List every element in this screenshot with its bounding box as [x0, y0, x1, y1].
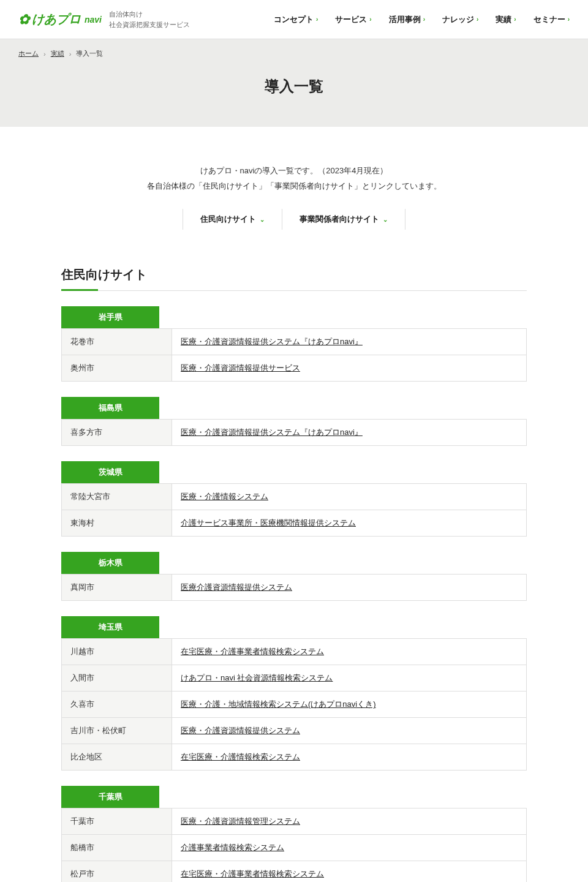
main-content: けあプロ・naviの導入一覧です。（2023年4月現在） 各自治体様の「住民向け…	[49, 127, 539, 882]
link-cell: 医療・介護情報システム	[172, 484, 527, 510]
table-row: 久喜市医療・介護・地域情報検索システム(けあプロnaviくき)	[62, 692, 527, 718]
site-link[interactable]: 介護事業者情報検索システム	[181, 843, 284, 852]
nav-label: ナレッジ	[442, 14, 474, 25]
breadcrumb-home[interactable]: ホーム	[18, 49, 39, 58]
table-row: 吉川市・松伏町医療・介護資源情報提供システム	[62, 718, 527, 744]
table-row: 川越市在宅医療・介護事業者情報検索システム	[62, 639, 527, 665]
prefecture-header: 千葉県	[61, 786, 159, 808]
city-cell: 花巻市	[62, 329, 172, 355]
site-link[interactable]: 医療介護資源情報提供システム	[181, 582, 292, 592]
site-link[interactable]: 在宅医療・介護事業者情報検索システム	[181, 647, 324, 656]
link-cell: 在宅医療・介護事業者情報検索システム	[172, 639, 527, 665]
breadcrumb: ホーム › 実績 › 導入一覧	[18, 49, 570, 58]
site-link[interactable]: 医療・介護資源情報管理システム	[181, 816, 300, 826]
table-row: 船橋市介護事業者情報検索システム	[62, 835, 527, 861]
city-cell: 入間市	[62, 665, 172, 692]
table-row: 千葉市医療・介護資源情報管理システム	[62, 809, 527, 835]
logo-navi: navi	[85, 15, 102, 24]
anchor-business[interactable]: 事業関係者向けサイト ⌄	[282, 209, 405, 230]
city-cell: 常陸大宮市	[62, 484, 172, 510]
nav-concept[interactable]: コンセプト›	[274, 14, 318, 25]
logo-text: けあプロ	[32, 11, 81, 28]
link-cell: 医療・介護資源情報管理システム	[172, 809, 527, 835]
city-cell: 松戸市	[62, 861, 172, 882]
site-logo[interactable]: ✿ けあプロnavi	[18, 11, 102, 28]
page-title: 導入一覧	[0, 77, 588, 96]
link-cell: 医療・介護資源情報提供サービス	[172, 355, 527, 382]
chevron-right-icon: ›	[43, 50, 46, 58]
anchor-links: 住民向けサイト ⌄ 事業関係者向けサイト ⌄	[61, 209, 527, 230]
prefecture-table: 花巻市医療・介護資源情報提供システム『けあプロnavi』奥州市医療・介護資源情報…	[61, 328, 527, 382]
site-link[interactable]: けあプロ・navi 社会資源情報検索システム	[181, 673, 333, 682]
nav-seminar[interactable]: セミナー›	[533, 14, 570, 25]
chevron-down-icon: ⌄	[260, 216, 265, 223]
main-nav: コンセプト› サービス› 活用事例› ナレッジ› 実績› セミナー›	[274, 14, 570, 25]
breadcrumb-current: 導入一覧	[76, 49, 103, 58]
prefecture-block: 福島県喜多方市医療・介護資源情報提供システム『けあプロnavi』	[61, 397, 527, 446]
breadcrumb-bar: ホーム › 実績 › 導入一覧	[0, 39, 588, 58]
city-cell: 千葉市	[62, 809, 172, 835]
link-cell: 在宅医療・介護事業者情報検索システム	[172, 861, 527, 882]
chevron-right-icon: ›	[316, 16, 318, 23]
nav-cases[interactable]: 活用事例›	[389, 14, 425, 25]
clover-icon: ✿	[18, 12, 29, 28]
table-row: 花巻市医療・介護資源情報提供システム『けあプロnavi』	[62, 329, 527, 355]
logo-area: ✿ けあプロnavi 自治体向け 社会資源把握支援サービス	[18, 9, 190, 29]
site-link[interactable]: 医療・介護資源情報提供システム『けあプロnavi』	[181, 337, 363, 346]
city-cell: 久喜市	[62, 692, 172, 718]
site-link[interactable]: 医療・介護・地域情報検索システム(けあプロnaviくき)	[181, 699, 376, 709]
site-header: ✿ けあプロnavi 自治体向け 社会資源把握支援サービス コンセプト› サービ…	[0, 0, 588, 39]
prefecture-block: 千葉県千葉市医療・介護資源情報管理システム船橋市介護事業者情報検索システム松戸市…	[61, 786, 527, 882]
prefecture-table: 常陸大宮市医療・介護情報システム東海村介護サービス事業所・医療機関情報提供システ…	[61, 483, 527, 537]
chevron-right-icon: ›	[514, 16, 516, 23]
prefecture-block: 岩手県花巻市医療・介護資源情報提供システム『けあプロnavi』奥州市医療・介護資…	[61, 306, 527, 382]
nav-label: 活用事例	[389, 14, 421, 25]
breadcrumb-mid[interactable]: 実績	[51, 49, 64, 58]
nav-label: コンセプト	[274, 14, 314, 25]
city-cell: 真岡市	[62, 575, 172, 601]
link-cell: 医療介護資源情報提供システム	[172, 575, 527, 601]
site-link[interactable]: 医療・介護資源情報提供サービス	[181, 363, 300, 372]
prefecture-block: 栃木県真岡市医療介護資源情報提供システム	[61, 552, 527, 601]
site-link[interactable]: 介護サービス事業所・医療機関情報提供システム	[181, 518, 356, 527]
chevron-right-icon: ›	[369, 16, 371, 23]
intro-line2: 各自治体様の「住民向けサイト」「事業関係者向けサイト」とリンクしています。	[61, 179, 527, 194]
link-cell: 医療・介護資源情報提供システム	[172, 718, 527, 744]
link-cell: 医療・介護資源情報提供システム『けあプロnavi』	[172, 420, 527, 446]
chevron-right-icon: ›	[477, 16, 478, 23]
prefecture-header: 栃木県	[61, 552, 159, 574]
site-link[interactable]: 在宅医療・介護事業者情報検索システム	[181, 869, 324, 878]
site-link[interactable]: 在宅医療・介護情報検索システム	[181, 752, 300, 761]
logo-subtitle: 自治体向け 社会資源把握支援サービス	[109, 9, 190, 29]
city-cell: 比企地区	[62, 744, 172, 771]
site-link[interactable]: 医療・介護情報システム	[181, 492, 268, 501]
page-title-area: 導入一覧	[0, 58, 588, 127]
city-cell: 喜多方市	[62, 420, 172, 446]
logo-sub-line2: 社会資源把握支援サービス	[109, 20, 190, 30]
chevron-right-icon: ›	[423, 16, 425, 23]
prefecture-block: 埼玉県川越市在宅医療・介護事業者情報検索システム入間市けあプロ・navi 社会資…	[61, 616, 527, 771]
nav-label: セミナー	[533, 14, 565, 25]
link-cell: 在宅医療・介護情報検索システム	[172, 744, 527, 771]
anchor-label: 事業関係者向けサイト	[300, 214, 379, 225]
link-cell: 介護サービス事業所・医療機関情報提供システム	[172, 510, 527, 537]
anchor-resident[interactable]: 住民向けサイト ⌄	[183, 209, 282, 230]
nav-results[interactable]: 実績›	[496, 14, 516, 25]
table-row: 入間市けあプロ・navi 社会資源情報検索システム	[62, 665, 527, 692]
prefecture-table: 喜多方市医療・介護資源情報提供システム『けあプロnavi』	[61, 419, 527, 446]
nav-label: 実績	[496, 14, 511, 25]
section-title: 住民向けサイト	[61, 266, 527, 291]
link-cell: 介護事業者情報検索システム	[172, 835, 527, 861]
intro-text: けあプロ・naviの導入一覧です。（2023年4月現在） 各自治体様の「住民向け…	[61, 164, 527, 194]
city-cell: 吉川市・松伏町	[62, 718, 172, 744]
prefecture-header: 埼玉県	[61, 616, 159, 638]
nav-knowledge[interactable]: ナレッジ›	[442, 14, 478, 25]
site-link[interactable]: 医療・介護資源情報提供システム『けあプロnavi』	[181, 428, 363, 437]
site-link[interactable]: 医療・介護資源情報提供システム	[181, 726, 300, 735]
prefecture-header: 福島県	[61, 397, 159, 419]
table-row: 奥州市医療・介護資源情報提供サービス	[62, 355, 527, 382]
chevron-down-icon: ⌄	[383, 216, 388, 223]
nav-service[interactable]: サービス›	[335, 14, 371, 25]
city-cell: 船橋市	[62, 835, 172, 861]
chevron-right-icon: ›	[568, 16, 570, 23]
